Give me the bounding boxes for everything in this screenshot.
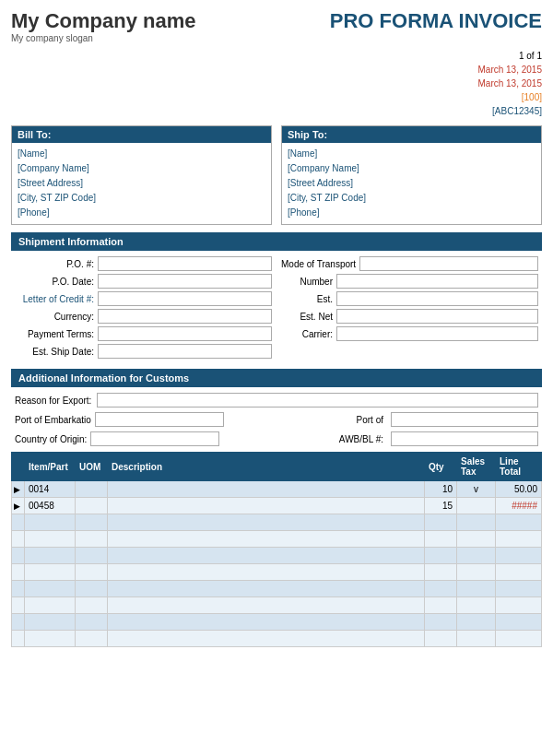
port-of-input[interactable] [391, 412, 538, 427]
arrow-cell [12, 614, 25, 631]
est-net-label: Est. Net [281, 312, 336, 322]
page-number: 1 of 1 [11, 49, 542, 63]
awb-input[interactable] [391, 431, 538, 446]
payment-terms-input[interactable] [98, 326, 272, 341]
table-row [12, 631, 542, 647]
letter-credit-input[interactable] [98, 291, 272, 306]
table-row [12, 597, 542, 614]
bill-to-box: Bill To: [Name] [Company Name] [Street A… [11, 125, 272, 225]
bill-to-body: [Name] [Company Name] [Street Address] [… [12, 143, 271, 224]
ship-date-input[interactable] [98, 344, 272, 359]
reason-export-row: Reason for Export: [15, 393, 538, 408]
cell-desc [108, 548, 425, 564]
bill-to-header: Bill To: [12, 126, 271, 143]
customs-section-header: Additional Information for Customs [11, 369, 542, 387]
cell-item [25, 581, 76, 597]
cell-total [496, 614, 542, 631]
table-row [12, 531, 542, 548]
port-emb-input[interactable] [95, 412, 224, 427]
number-label: Number [281, 277, 336, 287]
cell-qty [425, 531, 457, 548]
ship-to-city: [City, ST ZIP Code] [288, 191, 535, 206]
cell-desc [108, 564, 425, 581]
po-date-input[interactable] [98, 274, 272, 289]
cell-desc [108, 597, 425, 614]
currency-input[interactable] [98, 309, 272, 324]
shipment-col-left: P.O. #: P.O. Date: Letter of Credit #: C… [15, 256, 272, 361]
payment-terms-row: Payment Terms: [15, 326, 272, 341]
country-row: Country of Origin: AWB/BL #: [15, 431, 538, 446]
cell-uom [76, 564, 108, 581]
arrow-cell [12, 581, 25, 597]
cell-tax [457, 514, 496, 531]
cell-tax: v [457, 481, 496, 498]
arrow-cell [12, 597, 25, 614]
cell-desc [108, 581, 425, 597]
col-header-desc: Description [108, 453, 425, 481]
cell-tax [457, 531, 496, 548]
cell-total: ##### [496, 498, 542, 514]
shipment-section-header: Shipment Information [11, 232, 542, 251]
cell-total [496, 581, 542, 597]
carrier-input[interactable] [336, 326, 538, 341]
cell-total [496, 548, 542, 564]
cell-qty [425, 614, 457, 631]
reason-export-input[interactable] [97, 393, 538, 408]
table-row [12, 564, 542, 581]
cell-qty [425, 548, 457, 564]
cell-qty [425, 564, 457, 581]
cell-total [496, 514, 542, 531]
po-number-input[interactable] [98, 256, 272, 271]
number-input[interactable] [336, 274, 538, 289]
arrow-cell [12, 531, 25, 548]
cell-desc [108, 631, 425, 647]
table-row: ▶001410v50.00 [12, 481, 542, 498]
port-of-label: Port of [357, 415, 387, 425]
ship-to-header: Ship To: [282, 126, 541, 143]
cell-desc [108, 498, 425, 514]
cell-total [496, 531, 542, 548]
est-label: Est. [281, 294, 336, 304]
currency-label: Currency: [15, 312, 98, 322]
est-net-input[interactable] [336, 309, 538, 324]
cell-item [25, 531, 76, 548]
cell-tax [457, 564, 496, 581]
company-slogan: My company slogan [11, 33, 196, 43]
company-name: My Company name [11, 9, 196, 33]
table-row [12, 614, 542, 631]
currency-row: Currency: [15, 309, 272, 324]
cell-qty [425, 581, 457, 597]
col-header-qty: Qty [425, 453, 457, 481]
cell-qty: 10 [425, 481, 457, 498]
mode-transport-input[interactable] [359, 256, 538, 271]
po-number-row: P.O. #: [15, 256, 272, 271]
arrow-cell: ▶ [12, 498, 25, 514]
table-row [12, 514, 542, 531]
cell-total [496, 597, 542, 614]
arrow-cell [12, 631, 25, 647]
invoice-date2: March 13, 2015 [11, 77, 542, 90]
ship-to-company: [Company Name] [288, 161, 535, 176]
country-label: Country of Origin: [15, 434, 90, 444]
country-input[interactable] [90, 431, 219, 446]
cell-item: 00458 [25, 498, 76, 514]
page: My Company name My company slogan PRO FO… [0, 0, 553, 756]
cell-uom [76, 631, 108, 647]
ship-to-box: Ship To: [Name] [Company Name] [Street A… [281, 125, 542, 225]
awb-label: AWB/BL #: [339, 434, 387, 444]
cell-qty [425, 631, 457, 647]
company-block: My Company name My company slogan [11, 9, 196, 43]
col-header-total: Line Total [496, 453, 542, 481]
invoice-title: PRO FORMA INVOICE [330, 9, 542, 33]
po-number-label: P.O. #: [15, 259, 98, 269]
est-row: Est. [281, 291, 538, 306]
payment-terms-label: Payment Terms: [15, 329, 98, 339]
cell-item [25, 631, 76, 647]
shipment-grid: P.O. #: P.O. Date: Letter of Credit #: C… [11, 256, 542, 361]
est-input[interactable] [336, 291, 538, 306]
mode-transport-label: Mode of Transport [281, 259, 359, 269]
cell-tax [457, 597, 496, 614]
arrow-cell [12, 548, 25, 564]
po-date-label: P.O. Date: [15, 277, 98, 287]
table-header-row: Item/Part UOM Description Qty Sales Tax … [12, 453, 542, 481]
